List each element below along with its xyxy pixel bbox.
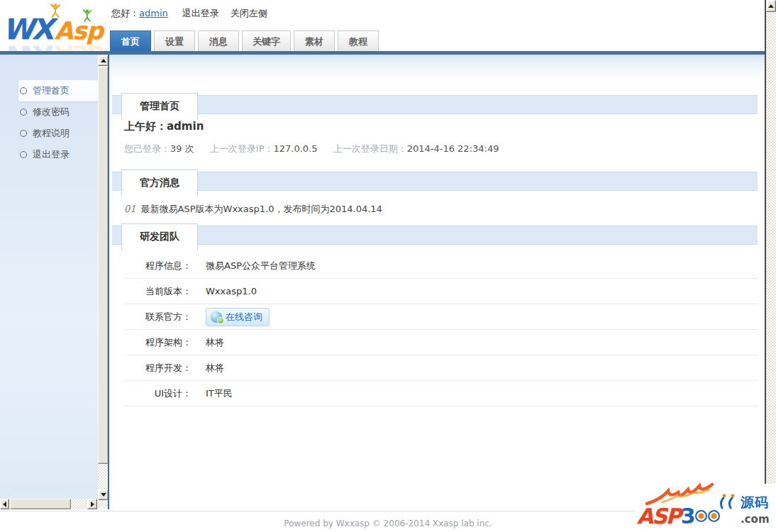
row-value: 在线咨询 <box>206 308 270 326</box>
arrow-left-icon <box>3 501 6 507</box>
main-content: 管理首页 上午好：admin 您已登录：39 次 上一次登录IP：127.0.0… <box>108 55 765 509</box>
section-title: 管理首页 <box>121 93 198 120</box>
table-row: 联系官方： 在线咨询 <box>124 304 758 330</box>
row-label: UI设计： <box>124 387 192 400</box>
qq-status-icon <box>211 311 222 323</box>
sidebar-menu: 管理首页 修改密码 教程说明 退出登录 <box>0 80 98 165</box>
admin-page: { "colors": { "accent_blue": "#2e6cb2", … <box>0 0 776 532</box>
sidebar-item-admin-home[interactable]: 管理首页 <box>18 80 98 101</box>
section-header-dev-team: 研发团队 <box>112 226 758 245</box>
sidebar-item-change-password[interactable]: 修改密码 <box>18 101 98 123</box>
tab-material[interactable]: 素材 <box>294 31 335 51</box>
sidebar-item-label: 退出登录 <box>33 148 70 161</box>
news-text: 最新微易ASP版本为Wxxasp1.0，发布时间为2014.04.14 <box>141 204 382 214</box>
arrow-up-icon <box>101 59 106 62</box>
section-title: 研发团队 <box>121 223 198 250</box>
logo-asp-text: Asp <box>55 16 103 45</box>
scroll-down-button[interactable] <box>98 489 109 500</box>
radio-circle-icon <box>20 130 27 137</box>
three-text: 3 <box>681 504 694 528</box>
table-row: 程序信息： 微易ASP公众平台管理系统 <box>124 253 758 279</box>
yuanma-text: 源码 <box>741 494 769 510</box>
scroll-up-button[interactable] <box>766 0 776 12</box>
last-login-ip: 上一次登录IP：127.0.0.5 <box>210 143 318 154</box>
row-value: Wxxasp1.0 <box>206 286 257 297</box>
logo-wx-text: WX <box>3 13 52 45</box>
news-item: 01最新微易ASP版本为Wxxasp1.0，发布时间为2014.04.14 <box>124 203 382 216</box>
login-stats: 您已登录：39 次 上一次登录IP：127.0.0.5 上一次登录日期：2014… <box>124 143 511 155</box>
close-left-link[interactable]: 关闭左侧 <box>231 8 267 18</box>
tab-home[interactable]: 首页 <box>110 31 151 51</box>
greeting-label: 您好： <box>111 8 139 18</box>
sidebar-item-label: 管理首页 <box>33 84 70 97</box>
consult-label: 在线咨询 <box>226 311 262 323</box>
row-label: 程序架构： <box>124 336 192 349</box>
zero-glyph <box>695 510 707 522</box>
login-count: 您已登录：39 次 <box>124 143 194 154</box>
scroll-left-button[interactable] <box>0 499 9 509</box>
yuanma-com-text: 源码 .com <box>741 494 770 526</box>
sidebar-vertical-scrollbar[interactable] <box>98 55 109 509</box>
main-tabs: 首页 设置 消息 关键字 素材 教程 <box>110 31 382 51</box>
scroll-up-button[interactable] <box>98 55 109 66</box>
sidebar-item-tutorial[interactable]: 教程说明 <box>18 123 98 144</box>
section-title: 官方消息 <box>121 170 198 196</box>
radio-circle-icon <box>20 151 27 158</box>
logout-link[interactable]: 退出登录 <box>182 8 219 18</box>
row-label: 当前版本： <box>124 285 192 298</box>
logo: WXAsp WXAsp <box>3 3 109 51</box>
radio-circle-icon <box>20 109 27 116</box>
arrow-up-icon <box>768 4 774 8</box>
team-info-table: 程序信息： 微易ASP公众平台管理系统 当前版本： Wxxasp1.0 联系官方… <box>124 253 758 406</box>
top-header: WXAsp WXAsp 您好：admin退出登录关闭左侧 首页 设置 消息 关键… <box>0 0 776 51</box>
sidebar-panel: 管理首页 修改密码 教程说明 退出登录 <box>0 55 98 499</box>
asp300-watermark: ASP3 源码 .com <box>636 484 776 532</box>
row-label: 联系官方： <box>124 311 192 323</box>
climber-icon-orange <box>50 3 61 21</box>
row-value: IT平民 <box>206 387 233 400</box>
tab-keywords[interactable]: 关键字 <box>242 31 291 51</box>
asp300-text: ASP3 <box>637 504 720 528</box>
tab-messages[interactable]: 消息 <box>198 31 239 51</box>
scroll-thumb[interactable] <box>10 499 71 509</box>
tab-settings[interactable]: 设置 <box>154 31 195 51</box>
tab-tutorial[interactable]: 教程 <box>338 31 379 51</box>
page-vertical-scrollbar[interactable] <box>765 0 776 532</box>
asp-text: ASP <box>637 504 680 528</box>
row-label: 程序开发： <box>124 362 192 375</box>
last-login-date: 上一次登录日期：2014-4-16 22:34:49 <box>333 143 499 154</box>
section-header-official-news: 官方消息 <box>112 172 758 191</box>
scroll-right-button[interactable] <box>87 499 97 509</box>
greeting-bar: 您好：admin退出登录关闭左侧 <box>111 7 279 20</box>
row-value: 微易ASP公众平台管理系统 <box>206 260 316 272</box>
table-row: UI设计： IT平民 <box>124 381 758 406</box>
row-value: 林将 <box>206 336 224 349</box>
sidebar: 管理首页 修改密码 教程说明 退出登录 <box>0 55 109 509</box>
online-consult-button[interactable]: 在线咨询 <box>206 308 270 326</box>
swirl-icon <box>718 494 739 512</box>
table-row: 程序开发： 林将 <box>124 355 758 381</box>
climber-icon-green <box>82 9 92 26</box>
scroll-thumb[interactable] <box>98 67 109 464</box>
table-row: 程序架构： 林将 <box>124 330 758 355</box>
arrow-down-icon <box>101 493 106 497</box>
sidebar-item-logout[interactable]: 退出登录 <box>18 144 98 165</box>
row-value: 林将 <box>206 362 224 375</box>
com-text: .com <box>741 513 770 526</box>
radio-circle-icon <box>20 87 27 94</box>
section-header-admin-home: 管理首页 <box>112 95 758 114</box>
arrow-right-icon <box>91 501 94 507</box>
sidebar-item-label: 修改密码 <box>33 106 70 118</box>
news-index: 01 <box>124 204 136 214</box>
row-label: 程序信息： <box>124 260 192 272</box>
username-link[interactable]: admin <box>139 8 168 18</box>
table-row: 当前版本： Wxxasp1.0 <box>124 279 758 304</box>
sidebar-horizontal-scrollbar[interactable] <box>0 499 98 509</box>
sidebar-item-label: 教程说明 <box>33 127 70 140</box>
welcome-greeting: 上午好：admin <box>124 120 204 133</box>
